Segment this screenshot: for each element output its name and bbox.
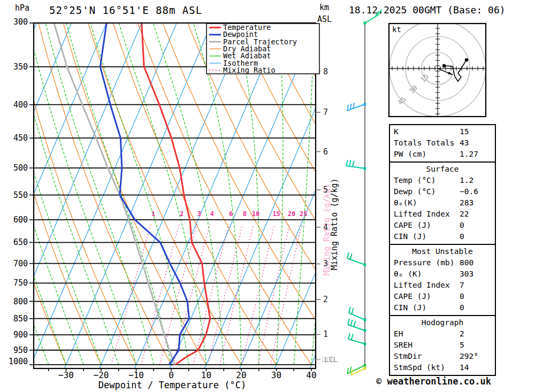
table-label: StmDir	[394, 352, 422, 360]
km-tick-label: 5	[323, 185, 328, 195]
table-value: 5	[460, 340, 464, 351]
table-value: 0	[460, 302, 464, 313]
pressure-tick-label: 650	[13, 237, 28, 247]
table-row: K15	[390, 126, 495, 137]
mixing-ratio-value-label: 2	[180, 210, 184, 218]
pressure-tick-label: 300	[13, 17, 28, 27]
km-tick-label: 4	[323, 222, 328, 232]
table-value: 1.27	[460, 149, 478, 160]
table-row: Totals Totals43	[390, 137, 495, 149]
table-row: CAPE (J)0	[390, 291, 495, 302]
table-row: EH2	[390, 328, 495, 340]
temp-tick-label: −10	[128, 370, 144, 380]
altitude-unit-km-label: km	[319, 3, 329, 12]
table-row: CAPE (J)0	[390, 220, 495, 231]
table-row: Pressure (mb)800	[390, 257, 495, 268]
pressure-tick-label: 500	[13, 163, 28, 173]
table-label: θₑ (K)	[394, 270, 422, 278]
pressure-tick-label: 400	[13, 100, 28, 110]
table-row: θₑ(K)283	[390, 197, 495, 209]
temp-tick-label: 0	[169, 370, 174, 380]
table-value: 0	[460, 220, 464, 231]
hodograph-trace-dot	[465, 58, 468, 62]
table-section: HodographEH2SREH5StmDir292°StmSpd (kt)14	[389, 315, 496, 376]
temp-tick-label: −20	[94, 370, 109, 380]
table-row: StmDir292°	[390, 351, 495, 362]
table-row: SREH5	[390, 340, 495, 351]
table-value: 22	[460, 209, 469, 220]
pressure-tick-label: 1000	[9, 357, 28, 366]
temp-tick-label: −30	[58, 370, 74, 380]
km-tick-label: 1	[323, 329, 328, 339]
table-section-header: Most Unstable	[390, 246, 495, 257]
table-section-header: Hodograph	[390, 317, 495, 328]
table-label: K	[394, 127, 399, 136]
table-row: PW (cm)1.27	[390, 149, 495, 160]
x-axis-title: Dewpoint / Temperature (°C)	[98, 380, 246, 390]
pressure-tick-label: 550	[13, 190, 28, 200]
table-section: SurfaceTemp (°C)1.2Dewp (°C)−0.6θₑ(K)283…	[389, 162, 496, 245]
lcl-label: LCL	[324, 355, 338, 364]
pressure-tick-label: 950	[13, 345, 28, 355]
km-tick-label: 7	[323, 107, 328, 117]
pressure-tick-label: 800	[13, 297, 28, 306]
page-title: 52°25'N 16°51'E 88m ASL	[49, 4, 202, 16]
table-value: 283	[460, 197, 473, 209]
datetime-label: 18.12.2025 00GMT (Base: 06)	[349, 4, 506, 16]
table-row: Lifted Index22	[390, 209, 495, 220]
pressure-unit-label: hPa	[15, 3, 29, 13]
table-label: Lifted Index	[394, 281, 450, 289]
table-row: CIN (J)0	[390, 231, 495, 242]
pressure-tick-label: 700	[13, 259, 28, 268]
table-row: CIN (J)0	[390, 302, 495, 313]
km-tick-label: 3	[323, 259, 328, 268]
table-section: K15Totals Totals43PW (cm)1.27	[389, 124, 496, 163]
table-value: 0	[460, 291, 464, 302]
table-label: Totals Totals	[394, 139, 455, 147]
mixing-ratio-value-label: 3	[197, 210, 201, 218]
hodograph-unit-label: kt	[392, 25, 401, 34]
table-label: CAPE (J)	[394, 292, 431, 301]
table-label: EH	[394, 329, 403, 338]
table-value: 2	[460, 328, 464, 340]
table-label: StmSpd (kt)	[394, 363, 445, 372]
table-value: 303	[460, 268, 473, 280]
temp-tick-label: 10	[201, 370, 211, 380]
km-tick-label: 8	[323, 67, 328, 76]
pressure-tick-label: 850	[13, 314, 28, 324]
table-value: 43	[460, 137, 469, 149]
table-label: CIN (J)	[394, 303, 426, 312]
sounding-indices-tables: K15Totals Totals43PW (cm)1.27SurfaceTemp…	[389, 124, 496, 376]
mixing-axis-label: Mixing Ratio (g/kg)	[330, 178, 339, 270]
legend-label: Mixing Ratio	[223, 66, 276, 74]
mixing-ratio-value-label: 4	[210, 210, 214, 218]
table-row: Temp (°C)1.2	[390, 175, 495, 186]
table-row: Dewp (°C)−0.6	[390, 186, 495, 197]
hodograph-trace-dot	[442, 64, 446, 67]
table-value: 0	[460, 231, 464, 242]
table-label: Pressure (mb)	[394, 258, 455, 267]
table-label: Dewp (°C)	[394, 187, 436, 196]
pressure-tick-label: 600	[13, 215, 28, 225]
table-label: Lifted Index	[394, 210, 450, 218]
table-value: −0.6	[460, 186, 478, 197]
pressure-tick-label: 450	[13, 133, 28, 143]
table-label: θₑ(K)	[394, 198, 417, 207]
table-value: 7	[460, 280, 464, 291]
pressure-tick-label: 750	[13, 278, 28, 288]
table-row: StmSpd (kt)14	[390, 362, 495, 373]
skewt-page: 3003504004505005506006507007508008509009…	[0, 0, 535, 392]
table-row: θₑ (K)303	[390, 268, 495, 280]
table-row: Lifted Index7	[390, 280, 495, 291]
km-tick-label: 2	[323, 295, 328, 304]
temp-tick-label: 20	[236, 370, 246, 380]
mixing-ratio-value-label: 6	[229, 210, 233, 218]
legend: TemperatureDewpointParcel TrajectoryDry …	[207, 23, 319, 74]
mixing-ratio-value-label: 20	[288, 210, 295, 218]
mixing-ratio-value-label: 25	[300, 210, 307, 218]
table-value: 292°	[460, 351, 478, 362]
mixing-ratio-value-label: 1	[151, 210, 155, 218]
altitude-unit-asl-label: ASL	[317, 14, 332, 24]
temp-tick-label: 30	[271, 370, 281, 380]
pressure-tick-label: 900	[13, 330, 28, 340]
